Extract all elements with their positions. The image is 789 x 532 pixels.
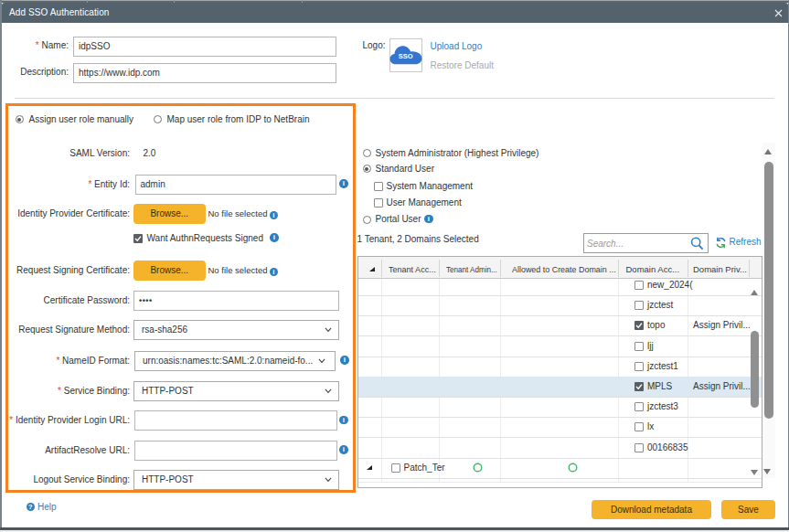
- svg-text:SSO: SSO: [398, 52, 412, 60]
